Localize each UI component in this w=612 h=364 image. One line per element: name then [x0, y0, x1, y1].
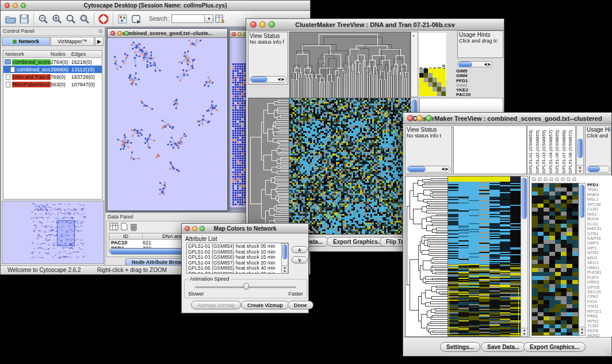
col-nodes[interactable]: Nodes	[51, 51, 71, 57]
global-zoom-dot[interactable]	[572, 177, 576, 181]
done-button[interactable]: Done	[288, 301, 313, 309]
move-up-button[interactable]: ∧	[292, 246, 308, 253]
tv1-zoom-slider[interactable]: ◀ ▶	[457, 61, 493, 67]
attribute-item[interactable]: GPL51-07 (GSM868) heat shock 60 min	[188, 271, 287, 274]
tv1-col-vscrollbar[interactable]: ▸	[411, 32, 418, 97]
animate-vizmap-button[interactable]: Animate Vizmap	[191, 301, 241, 309]
minimize-button[interactable]	[238, 32, 242, 36]
minimize-button[interactable]	[192, 226, 197, 231]
global-zoom-dot[interactable]	[561, 177, 565, 181]
float-panel-icon[interactable]: ⧉	[99, 28, 102, 35]
network-overview-canvas[interactable]	[2, 201, 104, 264]
tv2-settings-button[interactable]: Settings...	[440, 342, 480, 352]
control-panel: Control Panel ⧉ Network VizMapper™ ▶ Net…	[1, 27, 105, 265]
tv2-column-dendrogram-area[interactable]	[453, 125, 527, 174]
zoom-out-icon[interactable]	[36, 12, 50, 26]
tv1-global-mini-heatmap[interactable]	[419, 68, 446, 96]
minimize-button[interactable]	[416, 115, 423, 121]
resize-grip[interactable]	[605, 350, 611, 355]
tv2-heatmap[interactable]	[447, 176, 521, 337]
tv2-col-vscrollbar[interactable]: ▲▼	[576, 125, 584, 174]
tv2-export-graphics-button[interactable]: Export Graphics...	[523, 342, 586, 352]
select-attributes-icon[interactable]	[109, 223, 118, 233]
cytoscape-titlebar[interactable]: Cytoscape Desktop (Session Name: collins…	[1, 1, 310, 11]
global-zoom-dot[interactable]	[555, 177, 559, 181]
close-button[interactable]	[407, 115, 414, 121]
annotation-icon[interactable]	[129, 12, 143, 26]
array-label[interactable]: GPL51-03 (GSM856)	[542, 130, 549, 174]
tv2-heat-vscrollbar[interactable]: ▲▼	[521, 176, 528, 337]
data-col-id[interactable]: ID	[109, 233, 143, 239]
delete-attribute-icon[interactable]	[130, 223, 137, 233]
row-label[interactable]: PAC10	[456, 93, 471, 97]
col-edges[interactable]: Edges	[71, 51, 102, 57]
network-row-selected[interactable]: combined_sco 2569(6) 13112(15)	[3, 66, 102, 73]
zoom-window-button[interactable]	[200, 226, 205, 231]
network-view-titlebar[interactable]: combined_scores_good.txt--cluste...	[108, 29, 227, 38]
minimize-button[interactable]	[259, 21, 266, 28]
zoom-window-button[interactable]	[426, 115, 432, 121]
network-row-rnapuber[interactable]: RNAPuberNov2+I 563(0) 107847(0)	[3, 81, 102, 88]
vizmap-nodes-icon[interactable]	[116, 12, 129, 26]
network-row-combined-scores[interactable]: combined_scores 2764(0) 16218(0)	[3, 58, 102, 66]
global-zoom-dot[interactable]	[538, 177, 542, 181]
attribute-list-vscrollbar[interactable]: ▲▼	[281, 243, 288, 274]
array-label[interactable]: GPL51-08 (GSM872)	[568, 130, 575, 174]
attribute-browser-icon[interactable]	[213, 12, 227, 26]
tv2-save-data-button[interactable]: Save Data...	[481, 342, 526, 352]
tv2-usage-hscrollbar[interactable]	[587, 166, 610, 173]
tv1-heatmap[interactable]	[289, 98, 411, 235]
global-zoom-dot[interactable]	[567, 177, 571, 181]
save-session-icon[interactable]	[17, 12, 31, 26]
speed-slider-thumb[interactable]	[243, 283, 249, 290]
close-button[interactable]	[110, 31, 115, 36]
network-row-dna-tran[interactable]: DNA and Tran 07 769(0) 183728(0)	[3, 73, 102, 81]
zoom-selected-icon[interactable]	[78, 12, 91, 26]
usage-hints-title: Usage Hints	[459, 32, 502, 38]
treeview2-titlebar[interactable]: ClusterMaker TreeView : combined_scores_…	[403, 113, 611, 124]
open-session-icon[interactable]	[3, 12, 17, 26]
tab-network-label: Network	[19, 39, 40, 44]
move-down-button[interactable]: ∨	[292, 256, 308, 263]
tv2-global-heatmap[interactable]	[531, 183, 579, 336]
array-label[interactable]: GPL51-06 (GSM865)	[555, 130, 562, 174]
minimize-button[interactable]	[117, 31, 122, 36]
col-network[interactable]: Network	[3, 51, 51, 57]
tv2-array-labels: GPL51-01 (GSM854)GPL51-02 (GSM855)GPL51-…	[527, 125, 576, 174]
tv2-global-vscrollbar[interactable]: ▲▼	[579, 183, 586, 336]
global-zoom-dot[interactable]	[544, 177, 548, 181]
network-canvas[interactable]	[108, 38, 227, 210]
search-dropdown-button[interactable]: ▼	[205, 14, 213, 23]
tv2-status-hscrollbar[interactable]: ◀ ▶	[407, 166, 450, 173]
search-input[interactable]	[171, 14, 205, 23]
close-button[interactable]	[5, 3, 10, 8]
treeview1-titlebar[interactable]: ClusterMaker TreeView : DNA and Tran 07-…	[246, 19, 504, 30]
minimize-button[interactable]	[13, 3, 18, 8]
global-zoom-dot[interactable]	[549, 177, 553, 181]
tv1-column-dendrogram[interactable]	[289, 32, 411, 98]
zoom-in-icon[interactable]	[50, 12, 64, 26]
tab-overflow-button[interactable]: ▶	[95, 37, 104, 46]
tv1-row-dendrogram[interactable]	[248, 98, 289, 235]
tv2-row-dendrogram[interactable]	[405, 176, 448, 337]
help-lifebuoy-icon[interactable]	[97, 12, 110, 26]
tv1-status-hscrollbar[interactable]: ◀ ▶	[250, 76, 286, 83]
close-button[interactable]	[185, 226, 190, 231]
zoom-window-button[interactable]	[124, 31, 129, 36]
zoom-window-button[interactable]	[269, 21, 275, 28]
tab-vizmapper[interactable]: VizMapper™	[51, 37, 94, 46]
map-colors-dialog: Map Colors to Network Attribute List GPL…	[181, 223, 309, 313]
network-view-window[interactable]: combined_scores_good.txt--cluste...	[107, 28, 228, 211]
close-button[interactable]	[250, 21, 257, 28]
dialog-titlebar[interactable]: Map Colors to Network	[182, 224, 308, 233]
zoom-fit-icon[interactable]	[64, 12, 78, 26]
global-zoom-dot[interactable]	[532, 177, 536, 181]
array-label[interactable]: GPL51-01 (GSM854)	[529, 130, 536, 174]
close-button[interactable]	[232, 32, 236, 36]
new-attribute-icon[interactable]	[121, 223, 128, 233]
network-file-icon	[6, 82, 10, 87]
tab-network[interactable]: Network	[2, 37, 50, 46]
usage-hints-message: Click and	[587, 133, 610, 139]
zoom-window-button[interactable]	[21, 3, 26, 8]
create-vizmap-button[interactable]: Create Vizmap	[241, 301, 289, 309]
